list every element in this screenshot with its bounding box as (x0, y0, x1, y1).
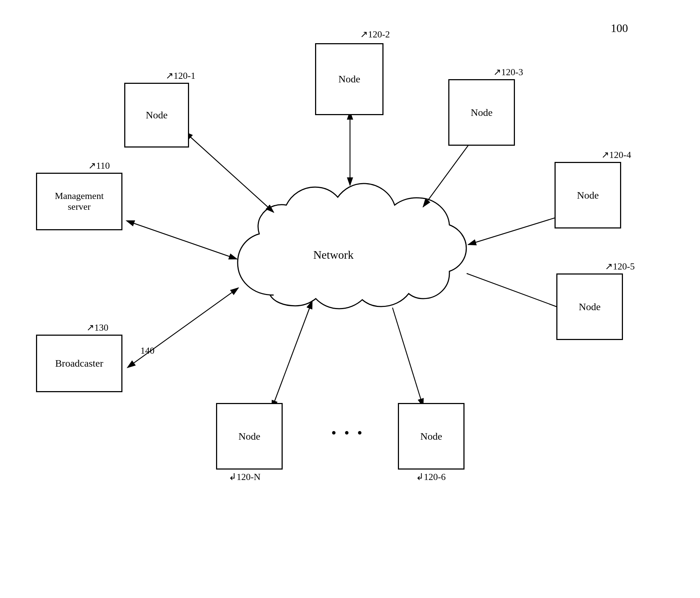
svg-line-7 (468, 214, 567, 245)
svg-line-4 (190, 137, 274, 212)
node-3-ref: ↗120-3 (493, 67, 523, 78)
management-server-box: Managementserver (36, 173, 122, 230)
diagram-ref-number: 100 (611, 22, 628, 35)
connection-ref-140: 140 (140, 345, 154, 356)
node-1-box: Node (124, 83, 189, 148)
svg-line-11 (133, 223, 237, 259)
svg-line-8 (467, 273, 569, 311)
node-4-label: Node (577, 190, 599, 201)
svg-line-6 (423, 137, 475, 207)
node-6-label: Node (420, 431, 442, 442)
cloud-shape (238, 184, 466, 309)
node-5-label: Node (579, 301, 601, 313)
node-5-box: Node (556, 273, 623, 340)
node-N-box: Node (216, 403, 283, 470)
node-6-box: Node (398, 403, 465, 470)
svg-line-9 (392, 308, 423, 407)
management-server-ref: ↗110 (88, 160, 110, 171)
node-2-label: Node (338, 73, 360, 85)
node-N-ref: ↲120-N (229, 471, 260, 483)
node-4-box: Node (555, 162, 621, 228)
node-N-label: Node (238, 431, 260, 442)
node-3-box: Node (448, 79, 515, 146)
svg-line-10 (272, 308, 310, 408)
node-2-box: Node (315, 43, 383, 115)
node-4-ref: ↗120-4 (601, 149, 631, 160)
management-server-label: Managementserver (55, 191, 104, 212)
node-1-ref: ↗120-1 (166, 70, 196, 81)
node-6-ref: ↲120-6 (416, 471, 446, 483)
broadcaster-box: Broadcaster (36, 335, 122, 392)
node-2-ref: ↗120-2 (360, 29, 390, 40)
node-5-ref: ↗120-5 (605, 261, 635, 272)
broadcaster-ref: ↗130 (86, 322, 108, 333)
node-1-label: Node (146, 109, 168, 121)
node-3-label: Node (471, 107, 493, 118)
network-label: Network (313, 248, 354, 262)
ellipsis-dots: • • • (331, 425, 364, 441)
diagram: 100 Network Managementserver ↗110 Broadc… (0, 0, 700, 598)
broadcaster-label: Broadcaster (55, 358, 103, 369)
